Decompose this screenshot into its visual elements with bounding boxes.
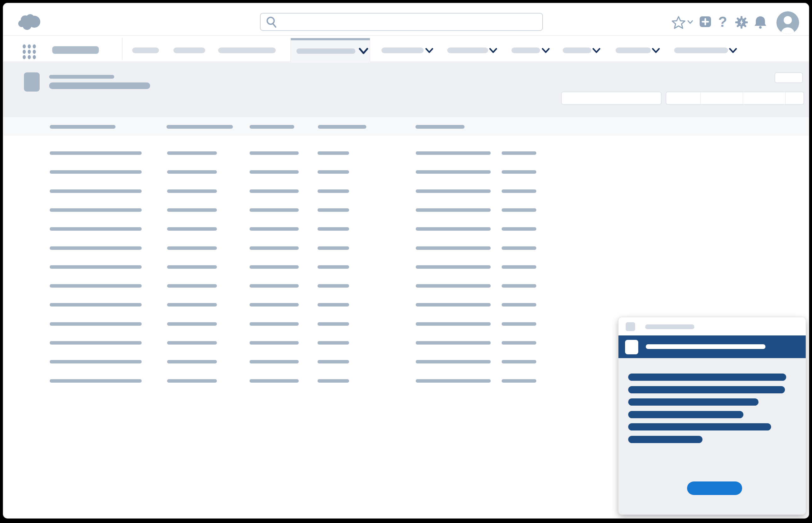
cell-placeholder: [50, 190, 142, 193]
cell-placeholder: [416, 190, 491, 193]
header-action-button[interactable]: [775, 72, 803, 83]
table-header-row: [3, 117, 809, 135]
cell-placeholder: [250, 303, 299, 307]
popup-cta-button[interactable]: [687, 482, 742, 495]
cell-placeholder: [167, 303, 217, 307]
nav-tab-placeholder[interactable]: [218, 48, 276, 53]
active-tab-accent: [291, 38, 370, 40]
column-header-placeholder: [318, 125, 366, 129]
cell-placeholder: [250, 265, 299, 269]
popup-header: [618, 317, 806, 336]
cell-placeholder: [250, 322, 299, 326]
cell-placeholder: [50, 341, 142, 345]
cell-placeholder: [502, 284, 536, 288]
quick-add-icon[interactable]: [699, 16, 711, 28]
popup-text-placeholder: [628, 411, 743, 418]
user-avatar[interactable]: [776, 11, 799, 34]
chevron-down-icon[interactable]: [729, 48, 737, 54]
popup-text-placeholder: [628, 436, 702, 443]
cell-placeholder: [416, 227, 491, 231]
cell-placeholder: [50, 151, 142, 155]
nav-tab-label-placeholder: [563, 48, 591, 53]
cell-placeholder: [416, 303, 491, 307]
cell-placeholder: [502, 265, 536, 269]
cell-placeholder: [50, 227, 142, 231]
cell-placeholder: [50, 379, 142, 383]
global-search-input[interactable]: [280, 15, 538, 29]
cell-placeholder: [50, 170, 142, 174]
nav-tab-placeholder[interactable]: [132, 48, 159, 53]
favorites-chevron-down-icon: [688, 21, 692, 23]
walkthrough-popup: [618, 317, 806, 515]
cell-placeholder: [416, 360, 491, 363]
cell-placeholder: [250, 208, 299, 212]
list-control-button[interactable]: [743, 92, 786, 104]
chevron-down-icon[interactable]: [652, 48, 660, 54]
cell-placeholder: [502, 227, 536, 231]
notifications-bell-icon[interactable]: [754, 16, 767, 29]
cell-placeholder: [167, 247, 217, 250]
cell-placeholder: [318, 170, 349, 174]
list-view-controls-button-group: [666, 92, 804, 105]
cell-placeholder: [318, 227, 349, 231]
cell-placeholder: [416, 151, 491, 155]
popup-header-icon-placeholder: [626, 322, 635, 331]
cell-placeholder: [167, 379, 217, 383]
cell-placeholder: [167, 322, 217, 326]
list-search-box: [561, 92, 662, 105]
chevron-down-icon[interactable]: [489, 48, 497, 54]
cell-placeholder: [318, 284, 349, 288]
cell-placeholder: [250, 360, 299, 363]
cell-placeholder: [250, 247, 299, 250]
cell-placeholder: [318, 360, 349, 363]
cell-placeholder: [50, 208, 142, 212]
list-search-input[interactable]: [562, 92, 661, 104]
chevron-down-icon[interactable]: [425, 48, 433, 54]
cell-placeholder: [250, 170, 299, 174]
cell-placeholder: [318, 341, 349, 345]
cell-placeholder: [416, 265, 491, 269]
cell-placeholder: [318, 247, 349, 250]
active-tab-label-placeholder: [296, 49, 355, 54]
list-control-button[interactable]: [701, 92, 743, 104]
app-name-placeholder: [52, 46, 99, 54]
entity-icon-placeholder: [24, 72, 40, 92]
search-icon: [266, 16, 278, 29]
cell-placeholder: [416, 170, 491, 174]
cell-placeholder: [416, 247, 491, 250]
nav-tab-active[interactable]: [290, 38, 370, 62]
cell-placeholder: [318, 151, 349, 155]
popup-text-placeholder: [628, 423, 771, 431]
cell-placeholder: [502, 341, 536, 345]
cell-placeholder: [167, 151, 217, 155]
cell-placeholder: [318, 265, 349, 269]
cell-placeholder: [318, 190, 349, 193]
cell-placeholder: [50, 360, 142, 363]
cell-placeholder: [318, 208, 349, 212]
cell-placeholder: [167, 208, 217, 212]
list-control-button[interactable]: [786, 92, 804, 104]
app-launcher-icon[interactable]: [23, 44, 37, 59]
favorites-star-icon[interactable]: [672, 16, 694, 30]
cell-placeholder: [250, 284, 299, 288]
list-control-button[interactable]: [666, 92, 701, 104]
popup-text-placeholder: [628, 398, 758, 405]
setup-gear-icon[interactable]: [735, 16, 748, 29]
cell-placeholder: [250, 227, 299, 231]
cell-placeholder: [250, 151, 299, 155]
popup-banner-icon-placeholder: [625, 340, 638, 354]
chevron-down-icon[interactable]: [542, 48, 550, 54]
help-icon[interactable]: ?: [716, 14, 729, 30]
nav-tab-placeholder[interactable]: [174, 48, 205, 53]
cell-placeholder: [50, 284, 142, 288]
chevron-down-icon[interactable]: [359, 48, 368, 55]
cell-placeholder: [50, 303, 142, 307]
cell-placeholder: [502, 151, 536, 155]
cell-placeholder: [167, 170, 217, 174]
cell-placeholder: [502, 322, 536, 326]
tab-navigation-bar: [3, 36, 809, 62]
cell-placeholder: [250, 379, 299, 383]
cell-placeholder: [502, 208, 536, 212]
chevron-down-icon[interactable]: [592, 48, 600, 54]
cell-placeholder: [167, 265, 217, 269]
